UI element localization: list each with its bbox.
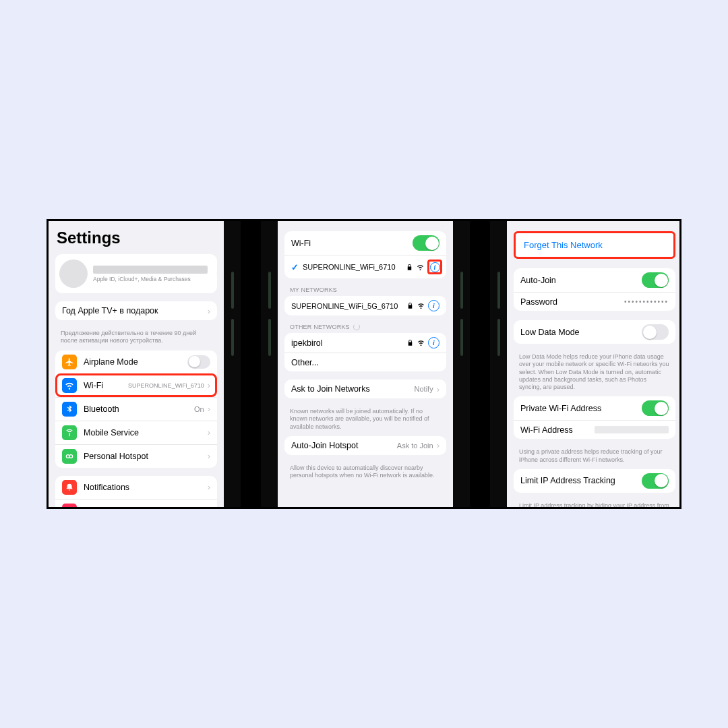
chevron-right-icon: › [208,482,210,492]
row-airplane[interactable]: Airplane Mode [55,351,217,373]
lowdata-footer: Low Data Mode helps reduce your iPhone d… [507,352,681,396]
account-subtitle: Apple ID, iCloud+, Media & Purchases [93,276,208,282]
password-dots: •••••••••••• [624,298,669,305]
promo-group[interactable]: Год Apple TV+ в подарок › [55,301,217,320]
phone-edge [261,221,278,507]
lowdata-row[interactable]: Low Data Mode [514,320,675,344]
phone-edge [224,221,241,507]
page-title: Settings [49,221,224,254]
forget-button[interactable]: Forget This Network [516,233,673,257]
chevron-right-icon: › [208,427,210,437]
network-info-button[interactable]: i [428,300,439,311]
row-notifications[interactable]: Notifications › [55,476,217,499]
network-info-button[interactable]: i [428,337,439,348]
autojoin-footer: Allow this device to automatically disco… [278,463,453,485]
tutorial-frame: Settings Apple ID, iCloud+, Media & Purc… [47,219,681,509]
wifi-address-redacted [595,426,669,433]
wifi-signal-icon [417,302,425,309]
private-toggle[interactable] [642,400,669,416]
svg-point-0 [66,454,69,458]
account-name-redacted [93,266,208,274]
wifi-signal-icon [417,339,425,346]
othernetwork-row[interactable]: ipekbirol i [284,333,446,353]
gap [470,221,490,507]
checkmark-icon: ✓ [291,262,299,272]
row-sounds[interactable]: Sounds & Haptics › [55,499,217,508]
settings-panel: Settings Apple ID, iCloud+, Media & Purc… [49,221,224,507]
connected-network-row[interactable]: ✓ SUPERONLINE_WiFi_6710 i [284,255,446,278]
wifi-signal-icon [417,264,424,271]
autojoin-pwd-group: Auto-Join Password •••••••••••• [514,268,675,311]
wifi-master-row[interactable]: Wi-Fi [284,231,446,255]
other-network-row[interactable]: Other... [284,353,446,371]
row-mobile[interactable]: Mobile Service › [55,421,217,444]
lock-icon [406,302,414,309]
password-row[interactable]: Password •••••••••••• [514,292,675,311]
lock-icon [406,264,413,271]
limit-row[interactable]: Limit IP Address Tracking [514,469,675,493]
spinner-icon [353,324,360,330]
hotspot-icon [62,449,77,464]
forget-group[interactable]: Forget This Network [514,231,675,259]
bell-icon [62,480,77,495]
chevron-right-icon: › [208,380,210,390]
wifi-toggle[interactable] [413,235,439,251]
chevron-right-icon: › [208,506,210,507]
autojoin-row[interactable]: Auto-Join Hotspot Ask to Join › [284,436,446,455]
othernetworks-header: OTHER NETWORKS [278,324,453,333]
wifi-value: SUPERONLINE_WiFi_6710 [128,382,204,389]
limit-group: Limit IP Address Tracking [514,469,675,493]
private-row[interactable]: Private Wi-Fi Address [514,396,675,420]
mynetwork-row[interactable]: SUPERONLINE_WiFi_5G_6710 i [284,296,446,315]
alerts-group: Notifications › Sounds & Haptics › Focus… [55,476,217,508]
chevron-right-icon: › [437,384,439,394]
othernetworks-group: ipekbirol i Other... [284,333,446,371]
promo-footer: Предложение действительно в течение 90 д… [49,328,224,351]
chevron-right-icon: › [216,269,217,279]
avatar [59,260,88,288]
limit-footer: Limit IP address tracking by hiding your… [507,501,681,507]
network-detail-panel: Forget This Network Auto-Join Password •… [507,221,681,507]
mynetworks-group: SUPERONLINE_WiFi_5G_6710 i [284,296,446,315]
ask-footer: Known networks will be joined automatica… [278,406,453,436]
autojoin-group: Auto-Join Hotspot Ask to Join › [284,436,446,455]
ask-row[interactable]: Ask to Join Networks Notify › [284,380,446,398]
private-group: Private Wi-Fi Address Wi-Fi Address [514,396,675,439]
row-bluetooth[interactable]: Bluetooth On › [55,397,217,421]
row-hotspot[interactable]: Personal Hotspot › [55,444,217,468]
mynetworks-header: MY NETWORKS [278,286,453,296]
phone-edge [490,221,507,507]
lock-icon [406,339,414,346]
wifi-toggle-group: Wi-Fi ✓ SUPERONLINE_WiFi_6710 i [284,231,446,278]
ask-group: Ask to Join Networks Notify › [284,380,446,398]
phone-edge [453,221,470,507]
wifi-icon [62,378,77,393]
autojoin-row[interactable]: Auto-Join [514,268,675,292]
connectivity-group: Airplane Mode Wi-Fi SUPERONLINE_WiFi_671… [55,351,217,468]
svg-point-1 [69,454,73,458]
airplane-icon [62,355,77,369]
chevron-right-icon: › [208,404,210,414]
autojoin-toggle[interactable] [642,272,669,288]
lowdata-group: Low Data Mode [514,320,675,344]
antenna-icon [62,425,77,440]
limit-toggle[interactable] [642,473,669,489]
chevron-right-icon: › [208,451,210,461]
gap [241,221,261,507]
row-wifi[interactable]: Wi-Fi SUPERONLINE_WiFi_6710 › [55,373,217,397]
private-footer: Using a private address helps reduce tra… [507,447,681,469]
wifi-panel: Wi-Fi ✓ SUPERONLINE_WiFi_6710 i MY NETWO… [278,221,453,507]
airplane-toggle[interactable] [187,355,210,369]
chevron-right-icon: › [208,306,210,316]
chevron-right-icon: › [437,440,439,450]
promo-title: Год Apple TV+ в подарок [62,306,204,315]
bluetooth-icon [62,402,77,417]
speaker-icon [62,504,77,508]
wifi-address-row: Wi-Fi Address [514,420,675,439]
lowdata-toggle[interactable] [642,324,669,340]
network-info-button[interactable]: i [427,260,442,274]
account-group[interactable]: Apple ID, iCloud+, Media & Purchases › [55,254,217,293]
